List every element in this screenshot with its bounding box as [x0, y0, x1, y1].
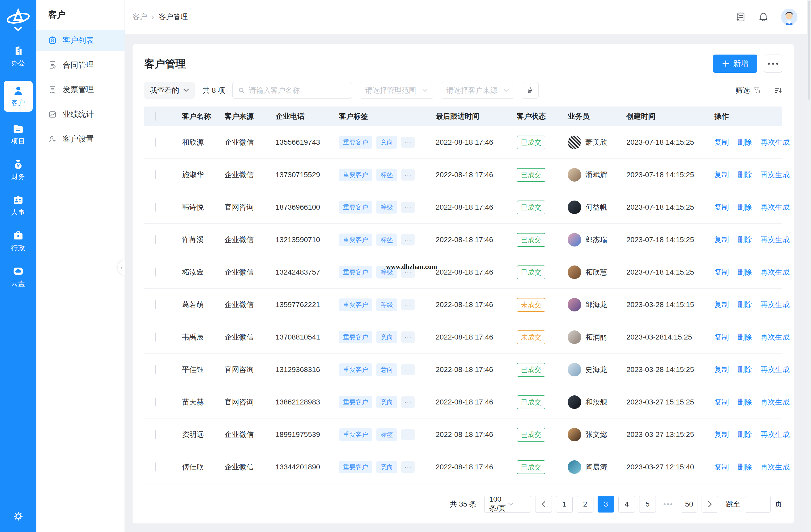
more-tags-button[interactable]: ··· — [401, 202, 415, 213]
sidebar-item-customer-list[interactable]: 客户列表 — [36, 30, 124, 51]
action-delete[interactable]: 删除 — [737, 235, 752, 245]
row-checkbox[interactable] — [155, 268, 156, 277]
action-delete[interactable]: 删除 — [737, 202, 752, 212]
select-all-checkbox[interactable] — [155, 112, 156, 121]
customer-tag[interactable]: 重要客户 — [339, 169, 372, 181]
sidebar-item-customer-settings[interactable]: 客户设置 — [36, 128, 124, 150]
action-regenerate[interactable]: 再次生成 — [761, 397, 790, 407]
action-regenerate[interactable]: 再次生成 — [761, 332, 790, 342]
next-page-button[interactable] — [702, 496, 718, 513]
sidebar-item-invoice[interactable]: 发票管理 — [36, 79, 124, 100]
action-delete[interactable]: 删除 — [737, 365, 752, 375]
jump-to-page-input[interactable] — [745, 496, 771, 513]
customer-tag[interactable]: 等级 — [377, 298, 397, 311]
row-checkbox[interactable] — [155, 397, 156, 407]
action-regenerate[interactable]: 再次生成 — [761, 235, 790, 245]
action-delete[interactable]: 删除 — [737, 429, 752, 439]
customer-tag[interactable]: 标签 — [377, 169, 397, 181]
action-copy[interactable]: 复制 — [714, 397, 729, 407]
more-tags-button[interactable]: ··· — [401, 299, 415, 310]
rail-item-admin[interactable]: 行政 — [11, 230, 25, 252]
rail-item-office[interactable]: 办公 — [11, 45, 25, 68]
action-delete[interactable]: 删除 — [737, 267, 752, 277]
more-tags-button[interactable]: ··· — [401, 364, 415, 375]
row-checkbox[interactable] — [155, 430, 156, 439]
customer-tag[interactable]: 意向 — [377, 136, 397, 148]
page-button-2[interactable]: 2 — [577, 496, 594, 513]
customer-tag[interactable]: 标签 — [377, 234, 397, 246]
action-copy[interactable]: 复制 — [714, 365, 729, 375]
more-tags-button[interactable]: ··· — [401, 396, 415, 408]
more-actions-button[interactable] — [764, 54, 782, 73]
rail-item-finance[interactable]: 财务 — [11, 159, 25, 181]
filter-toggle[interactable]: 筛选 — [735, 85, 761, 95]
row-checkbox[interactable] — [155, 365, 156, 374]
last-page-button[interactable]: 50 — [681, 496, 698, 513]
rail-item-project[interactable]: 项目 — [11, 123, 25, 146]
scope-select[interactable]: 请选择管理范围 — [360, 82, 433, 99]
sidebar-item-contract[interactable]: 合同管理 — [36, 54, 124, 76]
action-delete[interactable]: 删除 — [737, 332, 752, 342]
user-avatar[interactable] — [781, 9, 797, 25]
gear-icon[interactable] — [12, 510, 24, 522]
customer-tag[interactable]: 重要客户 — [339, 136, 372, 148]
sidebar-item-performance[interactable]: 业绩统计 — [36, 104, 124, 125]
more-tags-button[interactable]: ··· — [401, 429, 415, 440]
action-regenerate[interactable]: 再次生成 — [761, 462, 790, 472]
more-tags-button[interactable]: ··· — [401, 461, 415, 473]
row-checkbox[interactable] — [155, 170, 156, 179]
action-regenerate[interactable]: 再次生成 — [761, 267, 790, 277]
action-regenerate[interactable]: 再次生成 — [761, 429, 790, 439]
more-tags-button[interactable]: ··· — [401, 267, 415, 278]
row-checkbox[interactable] — [155, 300, 156, 309]
action-copy[interactable]: 复制 — [714, 429, 729, 439]
customer-tag[interactable]: 重要客户 — [339, 363, 372, 376]
view-scope-dropdown[interactable]: 我查看的 — [144, 82, 195, 99]
customer-tag[interactable]: 重要客户 — [339, 396, 372, 408]
action-copy[interactable]: 复制 — [714, 137, 729, 147]
page-button-3[interactable]: 3 — [598, 496, 614, 513]
action-copy[interactable]: 复制 — [714, 462, 729, 472]
page-scrollbar[interactable] — [807, 0, 811, 532]
customer-tag[interactable]: 重要客户 — [339, 298, 372, 311]
column-settings-icon[interactable] — [774, 86, 782, 95]
customer-tag[interactable]: 意向 — [377, 331, 397, 343]
clear-filters-button[interactable] — [522, 82, 539, 99]
row-checkbox[interactable] — [155, 138, 156, 147]
customer-tag[interactable]: 意向 — [377, 461, 397, 473]
more-tags-button[interactable]: ··· — [401, 234, 415, 246]
action-copy[interactable]: 复制 — [714, 332, 729, 342]
more-tags-button[interactable]: ··· — [401, 331, 415, 343]
customer-tag[interactable]: 重要客户 — [339, 461, 372, 473]
action-delete[interactable]: 删除 — [737, 300, 752, 310]
action-delete[interactable]: 删除 — [737, 462, 752, 472]
customer-tag[interactable]: 意向 — [377, 363, 397, 376]
customer-tag[interactable]: 重要客户 — [339, 266, 372, 279]
more-tags-button[interactable]: ··· — [401, 169, 415, 181]
customer-tag[interactable]: 重要客户 — [339, 428, 372, 441]
page-button-1[interactable]: 1 — [556, 496, 572, 513]
action-delete[interactable]: 删除 — [737, 170, 752, 180]
prev-page-button[interactable] — [535, 496, 552, 513]
page-button-5[interactable]: 5 — [639, 496, 656, 513]
customer-tag[interactable]: 等级 — [377, 201, 397, 214]
action-regenerate[interactable]: 再次生成 — [761, 300, 790, 310]
customer-tag[interactable]: 标签 — [377, 428, 397, 441]
action-delete[interactable]: 删除 — [737, 397, 752, 407]
search-input[interactable]: 请输入客户名称 — [232, 82, 352, 99]
customer-tag[interactable]: 意向 — [377, 396, 397, 408]
row-checkbox[interactable] — [155, 203, 156, 212]
action-copy[interactable]: 复制 — [714, 235, 729, 245]
row-checkbox[interactable] — [155, 235, 156, 244]
page-ellipsis[interactable]: ••• — [660, 496, 677, 513]
app-logo[interactable] — [6, 5, 31, 33]
breadcrumb-parent[interactable]: 客户 — [133, 12, 147, 22]
action-delete[interactable]: 删除 — [737, 137, 752, 147]
action-regenerate[interactable]: 再次生成 — [761, 202, 790, 212]
journal-icon[interactable] — [735, 12, 746, 22]
rail-item-customer[interactable]: 客户 — [4, 81, 33, 112]
page-size-select[interactable]: 100条/页 — [484, 496, 531, 513]
rail-item-cloud-disk[interactable]: 云盘 — [11, 265, 25, 288]
customer-tag[interactable]: 等级 — [377, 266, 397, 279]
customer-tag[interactable]: 重要客户 — [339, 234, 372, 246]
